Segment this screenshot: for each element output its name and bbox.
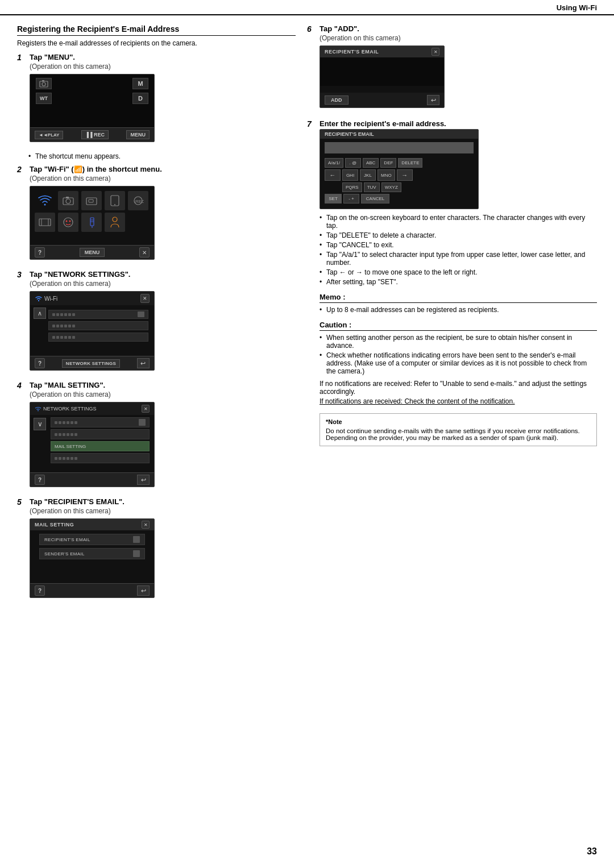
step-1-content: Tap "MENU". (Operation on this camera) M… (30, 53, 296, 147)
svg-point-10 (114, 204, 115, 205)
mailset-header: MAIL SETTING ✕ (30, 519, 154, 530)
wifi-item-3 (48, 333, 148, 342)
key-def[interactable]: DEF (380, 158, 396, 168)
wifi-back-button[interactable]: ↩ (137, 358, 150, 368)
mailset-question-button[interactable]: ? (35, 585, 45, 596)
netset-title: NETWORK SETTINGS (35, 406, 97, 412)
network-settings-button[interactable]: NETWORK SETTINGS (62, 359, 120, 368)
svg-point-18 (69, 221, 71, 222)
svg-text:REC: REC (135, 199, 144, 204)
step-3-text: Tap "NETWORK SETTINGS". (30, 270, 296, 279)
step-4-content: Tap "MAIL SETTING". (Operation on this c… (30, 381, 296, 492)
add-button[interactable]: ADD (325, 95, 349, 105)
key-minus-plus[interactable]: - + (343, 194, 359, 203)
recip-title-text: RECIPIENT'S EMAIL (325, 49, 379, 55)
menu-button[interactable]: MENU (126, 130, 150, 139)
wifi-close-button[interactable]: ✕ (140, 294, 150, 303)
key-set[interactable]: SET (325, 194, 342, 203)
step-7-bullets: Tap on the on-screen keyboard to enter c… (320, 214, 597, 286)
note-text: Do not continue sending e-mails with the… (326, 427, 591, 441)
close-button[interactable]: ✕ (139, 247, 150, 258)
step-5-screen: MAIL SETTING ✕ RECIPIENT'S EMAIL SENDER'… (30, 518, 155, 598)
key-jkl[interactable]: JKL (360, 169, 376, 181)
mailset-item-sender[interactable]: SENDER'S EMAIL (39, 548, 145, 559)
wifi-label: Wi-Fi (44, 296, 57, 302)
note-box: *Note Do not continue sending e-mails wi… (320, 413, 597, 446)
rec-button[interactable]: ▐▐ REC (81, 130, 109, 139)
key-abc[interactable]: ABC (363, 158, 379, 168)
recipient-arrow-icon (133, 536, 140, 543)
step-4-number: 4 (17, 381, 26, 492)
key-aa1[interactable]: A/a/1/ (325, 158, 343, 168)
key-wxyz[interactable]: WXYZ (381, 182, 401, 192)
netset-close-button[interactable]: ✕ (142, 405, 150, 413)
question-button[interactable]: ? (35, 247, 45, 258)
kb-spacer-2 (403, 182, 419, 192)
key-cancel[interactable]: CANCEL (361, 194, 389, 203)
key-mno[interactable]: MNO (377, 169, 395, 181)
step-1: 1 Tap "MENU". (Operation on this camera)… (17, 53, 296, 147)
step-4: 4 Tap "MAIL SETTING". (Operation on this… (17, 381, 296, 492)
svg-rect-7 (86, 198, 97, 205)
menu-btn-small[interactable]: MENU (80, 248, 105, 257)
up-arrow-button[interactable]: ∧ (34, 308, 46, 319)
film-icon (35, 213, 55, 232)
netset-list: MAIL SETTING (51, 417, 150, 463)
caution-para-2: If notifications are received: Check the… (320, 397, 597, 405)
step-1-text: Tap "MENU". (30, 53, 296, 61)
bullet-7-1: Tap on the on-screen keyboard to enter c… (320, 214, 597, 230)
mailset-item-recipient[interactable]: RECIPIENT'S EMAIL (39, 534, 145, 545)
netset-question-button[interactable]: ? (35, 475, 45, 485)
step-4-sub: (Operation on this camera) (30, 391, 296, 398)
step-5-sub: (Operation on this camera) (30, 507, 296, 515)
key-dot-at[interactable]: . @ (345, 158, 361, 168)
key-delete[interactable]: DELETE (398, 158, 422, 168)
svg-point-1 (42, 82, 45, 86)
bullet-7-5: Tap ← or → to move one space to the left… (320, 268, 597, 276)
mailset-title-text: MAIL SETTING (35, 522, 74, 528)
camera-icon-box (36, 78, 52, 89)
recip-back-button[interactable]: ↩ (427, 95, 439, 105)
header-title: Using Wi-Fi (557, 3, 597, 12)
recip-content-area (320, 57, 444, 86)
netset-item-2 (51, 429, 150, 439)
mail-setting-text: MAIL SETTING (55, 444, 86, 449)
mailset-close-button[interactable]: ✕ (142, 521, 150, 529)
kb-row-4: SET - + CANCEL (325, 194, 474, 203)
play-button[interactable]: ◄◄PLAY (35, 131, 63, 139)
step-6: 6 Tap "ADD". (Operation on this camera) … (307, 24, 597, 113)
wifi-question-button[interactable]: ? (35, 358, 45, 368)
caution-item-1: When setting another person as the recip… (320, 334, 597, 350)
netset-back-button[interactable]: ↩ (137, 475, 150, 485)
netset-item-mail[interactable]: MAIL SETTING (51, 441, 150, 451)
netset-title-text: NETWORK SETTINGS (43, 406, 97, 412)
circle-icon: REC (128, 191, 148, 210)
kb-row-3: PQRS TUV WXYZ (325, 182, 474, 192)
key-tuv[interactable]: TUV (364, 182, 380, 192)
section-title: Registering the Recipient's E-mail Addre… (17, 24, 296, 36)
mailset-list: RECIPIENT'S EMAIL SENDER'S EMAIL (30, 530, 154, 566)
recip-close-button[interactable]: ✕ (432, 48, 439, 56)
person-icon (105, 213, 125, 232)
netset-item-4 (51, 453, 150, 463)
svg-rect-2 (42, 80, 44, 82)
key-pqrs[interactable]: PQRS (342, 182, 362, 192)
step-2: 2 Tap "Wi-Fi" (📶) in the shortcut menu. … (17, 165, 296, 264)
wifi-dots-1 (52, 313, 75, 316)
key-ghi[interactable]: GHI (342, 169, 358, 181)
svg-rect-8 (89, 200, 93, 202)
mailset-back-button[interactable]: ↩ (137, 585, 150, 596)
key-left-arrow[interactable]: ← (325, 169, 341, 181)
step-2-text: Tap "Wi-Fi" (📶) in the shortcut menu. (30, 165, 296, 173)
netset-header: NETWORK SETTINGS ✕ (30, 402, 154, 415)
note-title: *Note (326, 418, 591, 425)
down-arrow-button[interactable]: ∨ (34, 418, 46, 430)
bullet-7-2: Tap "DELETE" to delete a character. (320, 231, 597, 239)
mailset-screen-bottom: ? ↩ (30, 583, 154, 597)
svg-point-25 (38, 410, 39, 412)
key-right-arrow[interactable]: → (397, 169, 413, 181)
step-6-content: Tap "ADD". (Operation on this camera) RE… (320, 24, 597, 113)
svg-point-24 (38, 300, 39, 301)
step-3-number: 3 (17, 270, 26, 375)
kb-input-area[interactable] (325, 142, 474, 153)
